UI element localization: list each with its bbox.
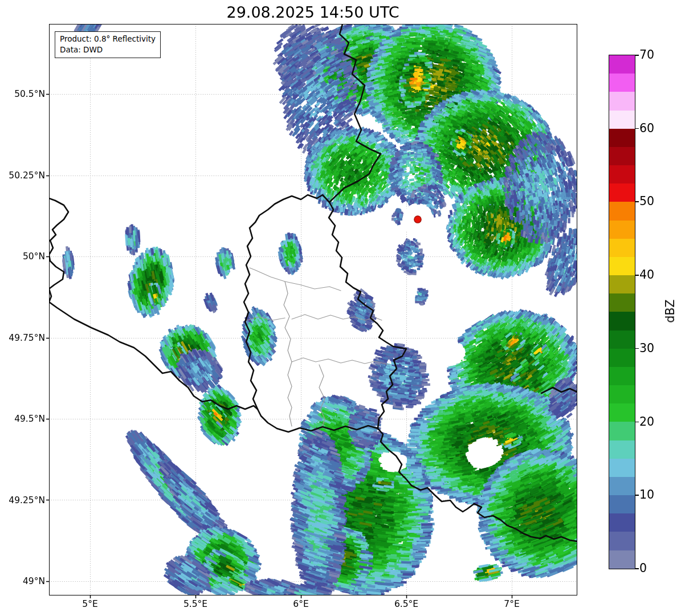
- lon-tick-label: 5.5°E: [184, 599, 207, 609]
- colorbar-segment: [609, 495, 635, 513]
- colorbar-segment: [609, 111, 635, 129]
- colorbar-tick-mark: [635, 128, 639, 129]
- colorbar-segment: [609, 257, 635, 275]
- colorbar-segment: [609, 92, 635, 110]
- lat-tick-label: 50.5°N: [0, 89, 45, 99]
- colorbar-segment: [609, 331, 635, 349]
- colorbar-tick-mark: [635, 275, 639, 276]
- colorbar-tick-label: 60: [639, 121, 654, 135]
- colorbar-segment: [609, 550, 635, 569]
- colorbar-segment: [609, 293, 635, 312]
- data-source-line: Data: DWD: [60, 44, 156, 55]
- colorbar-segment: [609, 129, 635, 147]
- colorbar-tick-mark: [635, 55, 639, 56]
- lat-tick-label: 49°N: [0, 576, 45, 586]
- radar-map-canvas: [0, 0, 685, 616]
- colorbar-segment: [609, 275, 635, 293]
- colorbar-tick-mark: [635, 201, 639, 202]
- radar-figure: 29.08.2025 14:50 UTC Product: 0.8° Refle…: [0, 0, 685, 616]
- colorbar-segment: [609, 459, 635, 477]
- colorbar-segment: [609, 367, 635, 385]
- lon-tick-label: 6.5°E: [394, 599, 418, 609]
- colorbar-segment: [609, 513, 635, 532]
- colorbar-segment: [609, 440, 635, 459]
- colorbar-tick-label: 0: [639, 561, 647, 575]
- colorbar-tick-label: 30: [639, 341, 654, 355]
- colorbar-segment: [609, 74, 635, 92]
- colorbar-segment: [609, 202, 635, 220]
- colorbar-segment: [609, 312, 635, 330]
- lon-tick-label: 7°E: [504, 599, 519, 609]
- colorbar-segment: [609, 55, 635, 74]
- lat-tick-label: 49.25°N: [0, 495, 45, 505]
- colorbar-segment: [609, 532, 635, 550]
- colorbar-segment: [609, 147, 635, 165]
- colorbar-segment: [609, 477, 635, 495]
- colorbar-tick-label: 70: [639, 48, 654, 62]
- lon-tick-label: 6°E: [293, 599, 308, 609]
- colorbar-tick-mark: [635, 495, 639, 496]
- colorbar-tick-label: 10: [639, 488, 654, 501]
- lat-tick-label: 49.5°N: [0, 414, 45, 424]
- colorbar-tick-mark: [635, 348, 639, 349]
- colorbar-axis-label: dBZ: [663, 299, 677, 323]
- colorbar-segment: [609, 221, 635, 239]
- colorbar: [609, 55, 635, 569]
- colorbar-tick-label: 50: [639, 194, 654, 208]
- lat-tick-label: 50.25°N: [0, 170, 45, 181]
- colorbar-segment: [609, 183, 635, 202]
- colorbar-segment: [609, 422, 635, 440]
- lat-tick-label: 50°N: [0, 251, 45, 262]
- colorbar-segment: [609, 349, 635, 367]
- product-info-box: Product: 0.8° Reflectivity Data: DWD: [55, 31, 161, 58]
- colorbar-segment: [609, 403, 635, 422]
- lat-tick-label: 49.75°N: [0, 333, 45, 343]
- colorbar-segment: [609, 165, 635, 183]
- product-line: Product: 0.8° Reflectivity: [60, 34, 156, 44]
- plot-title: 29.08.2025 14:50 UTC: [226, 3, 399, 21]
- colorbar-tick-label: 40: [639, 268, 654, 282]
- lon-tick-label: 5°E: [82, 599, 97, 609]
- colorbar-tick-mark: [635, 422, 639, 423]
- colorbar-tick-mark: [635, 568, 639, 569]
- colorbar-segment: [609, 239, 635, 257]
- colorbar-tick-label: 20: [639, 415, 654, 429]
- colorbar-segment: [609, 385, 635, 403]
